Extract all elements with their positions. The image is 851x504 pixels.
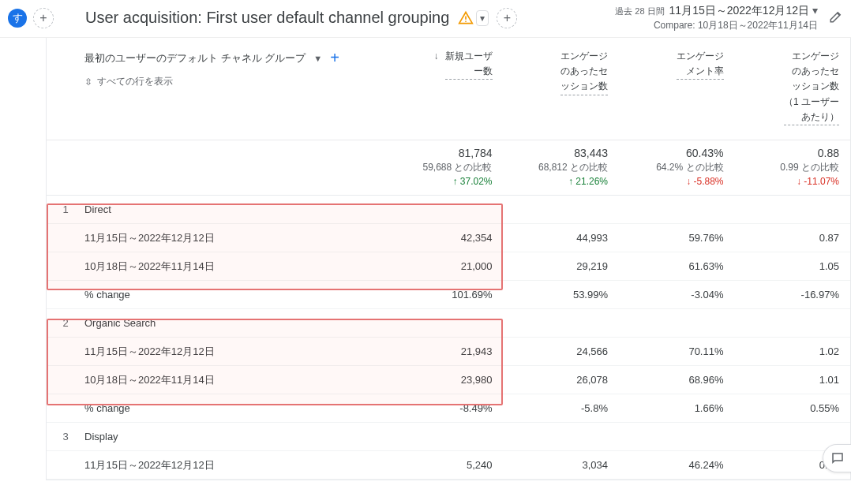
metric-header-new-users[interactable]: ↓ 新規ユーザ ー数	[388, 38, 504, 133]
add-segment-button[interactable]: +	[33, 8, 54, 28]
total-compare: 59,688 との比較	[392, 161, 493, 174]
feedback-button[interactable]	[823, 444, 851, 472]
total-value: 83,443	[508, 147, 609, 159]
add-dimension-button[interactable]: +	[330, 49, 339, 67]
table-row[interactable]: 11月15日～2022年12月12日21,94324,56670.11%1.02	[47, 338, 850, 366]
svg-point-1	[466, 21, 467, 22]
table-row[interactable]: 10月18日～2022年11月14日21,00029,21961.63%1.05	[47, 252, 850, 281]
cell-value: 46.24%	[619, 451, 735, 479]
report-table: 最初のユーザーのデフォルト チャネル グループ ▼ + ⇳ すべての行を表示 ↓…	[46, 38, 851, 480]
cell-value: 0.55%	[735, 394, 851, 422]
cell-value: 5,240	[388, 451, 504, 479]
cell-value: 0.87	[735, 224, 851, 252]
cell-value: 21,000	[388, 252, 504, 280]
row-period-label: 11月15日～2022年12月12日	[84, 231, 388, 245]
show-all-label: すべての行を表示	[97, 75, 173, 88]
row-period-label: 11月15日～2022年12月12日	[84, 345, 388, 359]
expand-icon: ⇳	[84, 77, 92, 88]
cell-value: 23,980	[388, 366, 504, 394]
edit-icon[interactable]	[829, 9, 843, 26]
row-period-label: 11月15日～2022年12月12日	[84, 458, 388, 472]
cell-value	[388, 423, 504, 450]
cell-value: 26,078	[504, 366, 620, 394]
cell-value	[504, 309, 620, 337]
total-value: 60.43%	[624, 147, 724, 159]
row-channel-name: Organic Search	[84, 317, 388, 329]
total-compare: 68,812 との比較	[508, 161, 609, 174]
cell-value: 3,034	[504, 451, 620, 479]
dimension-dropdown[interactable]: ▼	[313, 54, 322, 63]
cell-value: 1.02	[735, 338, 851, 365]
date-range-main: 11月15日～2022年12月12日	[669, 4, 809, 17]
row-period-label: 10月18日～2022年11月14日	[84, 373, 388, 387]
total-compare: 0.99 との比較	[740, 161, 840, 174]
cell-value	[388, 196, 504, 223]
total-delta: ↓ -5.88%	[624, 176, 724, 187]
total-delta: ↓ -11.07%	[740, 176, 840, 187]
dimension-label[interactable]: 最初のユーザーのデフォルト チャネル グループ	[84, 51, 306, 65]
cell-value	[619, 309, 735, 337]
table-row[interactable]: % change-8.49%-5.8%1.66%0.55%	[47, 394, 850, 423]
show-all-rows-toggle[interactable]: ⇳ すべての行を表示	[84, 75, 378, 88]
total-delta: ↑ 37.02%	[392, 176, 493, 187]
cell-value	[388, 309, 504, 337]
cell-value: 1.66%	[619, 394, 735, 422]
cell-value: 53.99%	[504, 281, 620, 308]
cell-value: 29,219	[504, 252, 620, 280]
add-comparison-button[interactable]: +	[497, 8, 517, 28]
row-period-label: 10月18日～2022年11月14日	[84, 259, 388, 274]
cell-value	[504, 423, 620, 450]
page-title: User acquisition: First user default cha…	[85, 9, 449, 27]
table-row[interactable]: 1Direct	[47, 196, 850, 224]
cell-value	[735, 309, 851, 337]
cell-value	[619, 423, 735, 450]
table-row[interactable]: % change101.69%53.99%-3.04%-16.97%	[47, 281, 850, 309]
cell-value	[504, 196, 620, 223]
cell-value: 1.01	[735, 366, 851, 394]
table-row[interactable]: 11月15日～2022年12月12日42,35444,99359.76%0.87	[47, 224, 850, 252]
top-bar: す + User acquisition: First user default…	[0, 0, 851, 38]
totals-row: 81,78459,688 との比較↑ 37.02% 83,44368,812 と…	[47, 140, 850, 196]
date-range-picker[interactable]: 過去 28 日間11月15日～2022年12月12日▾ Compare: 10月…	[615, 3, 818, 32]
chevron-down-icon: ▾	[809, 4, 818, 17]
row-channel-name: Direct	[84, 203, 388, 215]
cell-value: -3.04%	[619, 281, 735, 308]
row-channel-name: Display	[84, 431, 388, 442]
row-index: 1	[47, 203, 84, 215]
date-range-label: 過去 28 日間	[615, 6, 664, 16]
table-row[interactable]: 2Organic Search	[47, 309, 850, 338]
cell-value: -5.8%	[504, 394, 620, 422]
row-change-label: % change	[84, 402, 388, 414]
total-delta: ↑ 21.26%	[508, 176, 609, 187]
segment-badge[interactable]: す	[8, 9, 27, 28]
total-value: 0.88	[740, 147, 840, 159]
metric-header-engaged-per-user[interactable]: エンゲージ のあったセ ッション数 （1 ユーザー あたり）	[735, 38, 851, 133]
table-row[interactable]: 10月18日～2022年11月14日23,98026,07868.96%1.01	[47, 366, 850, 394]
sort-arrow-icon: ↓	[434, 49, 439, 62]
cell-value: 42,354	[388, 224, 504, 252]
metric-header-engagement-rate[interactable]: エンゲージ メント率	[619, 38, 735, 133]
cell-value	[735, 196, 851, 223]
row-change-label: % change	[84, 289, 388, 301]
date-range-compare: Compare: 10月18日～2022年11月14日	[615, 19, 818, 32]
cell-value: 101.69%	[388, 281, 504, 308]
cell-value: 1.05	[735, 252, 851, 280]
total-compare: 64.2% との比較	[624, 161, 724, 174]
cell-value: 21,943	[388, 338, 504, 365]
cell-value: -16.97%	[735, 281, 851, 308]
cell-value	[619, 196, 735, 223]
cell-value: 68.96%	[619, 366, 735, 394]
row-index: 2	[47, 317, 84, 329]
cell-value: 44,993	[504, 224, 620, 252]
cell-value: 70.11%	[619, 338, 735, 365]
title-dropdown[interactable]: ▾	[476, 10, 489, 26]
total-value: 81,784	[392, 147, 493, 159]
table-row[interactable]: 11月15日～2022年12月12日5,2403,03446.24%0.57	[47, 451, 850, 480]
cell-value: -8.49%	[388, 394, 504, 422]
cell-value: 24,566	[504, 338, 620, 365]
warning-icon[interactable]	[457, 9, 474, 27]
table-row[interactable]: 3Display	[47, 423, 850, 451]
metric-header-engaged-sessions[interactable]: エンゲージ のあったセ ッション数	[504, 38, 620, 133]
cell-value: 61.63%	[619, 252, 735, 280]
row-index: 3	[47, 431, 84, 442]
